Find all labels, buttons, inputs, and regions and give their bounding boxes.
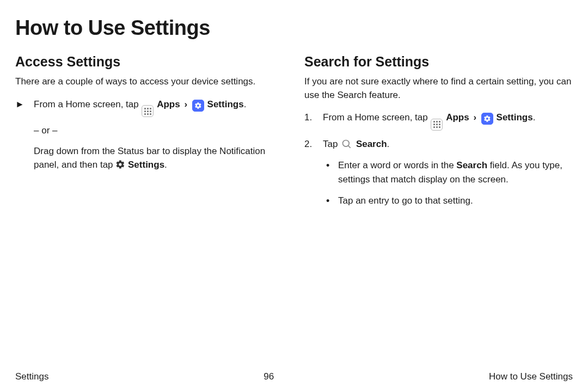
breadcrumb-separator: › <box>471 112 478 122</box>
access-step-1: From a Home screen, tap Apps › Settings.… <box>27 97 284 172</box>
step-text: From a Home screen, tap <box>34 99 141 109</box>
footer-right: How to Use Settings <box>489 371 573 382</box>
search-bullet-2: Tap an entry to go to that setting. <box>334 194 573 208</box>
page-footer: Settings 96 How to Use Settings <box>15 371 573 382</box>
breadcrumb-separator: › <box>182 99 189 109</box>
bullet-text: Enter a word or words in the <box>338 160 456 170</box>
settings-label: Settings <box>128 160 164 170</box>
access-settings-heading: Access Settings <box>15 54 284 70</box>
apps-icon <box>431 119 443 131</box>
access-steps: From a Home screen, tap Apps › Settings.… <box>15 97 284 172</box>
search-icon <box>341 138 353 150</box>
search-step-2: Tap Search. Enter a word or words in the… <box>316 137 573 208</box>
search-settings-intro: If you are not sure exactly where to fin… <box>304 75 573 102</box>
settings-gear-icon <box>481 113 493 125</box>
settings-label: Settings <box>207 99 244 109</box>
svg-line-1 <box>348 145 351 148</box>
settings-label: Settings <box>497 112 533 122</box>
apps-label: Apps <box>446 112 469 122</box>
search-bullet-1: Enter a word or words in the Search fiel… <box>334 158 573 186</box>
settings-gear-icon <box>115 160 125 169</box>
access-step-alt: Drag down from the Status bar to display… <box>34 144 284 172</box>
content-columns: Access Settings There are a couple of wa… <box>15 54 573 216</box>
apps-icon <box>142 105 154 117</box>
access-settings-intro: There are a couple of ways to access you… <box>15 75 284 89</box>
step-text: Tap <box>323 139 340 149</box>
left-column: Access Settings There are a couple of wa… <box>15 54 284 216</box>
step-text: From a Home screen, tap <box>323 112 430 122</box>
search-steps: From a Home screen, tap Apps › Settings.… <box>304 111 573 208</box>
settings-gear-icon <box>192 100 204 112</box>
svg-point-0 <box>343 140 350 146</box>
or-text: – or – <box>34 124 284 138</box>
search-substeps: Enter a word or words in the Search fiel… <box>323 158 573 208</box>
search-settings-heading: Search for Settings <box>304 54 573 70</box>
page-title: How to Use Settings <box>15 16 573 40</box>
footer-left: Settings <box>15 371 48 382</box>
search-step-1: From a Home screen, tap Apps › Settings. <box>316 111 573 131</box>
apps-label: Apps <box>157 99 180 109</box>
right-column: Search for Settings If you are not sure … <box>304 54 573 216</box>
footer-page-number: 96 <box>264 371 274 382</box>
search-field-label: Search <box>456 160 487 170</box>
search-label: Search <box>356 139 387 149</box>
